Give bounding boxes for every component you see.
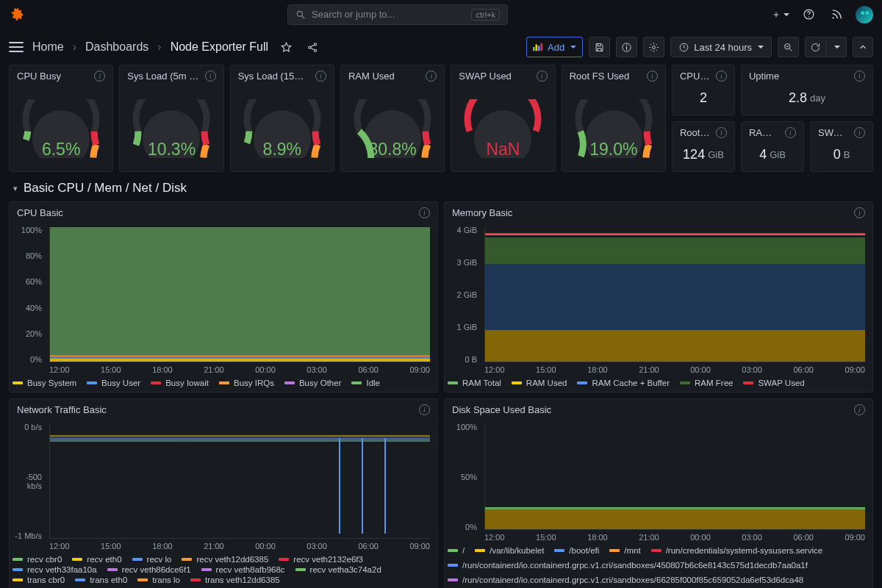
grafana-logo[interactable] <box>9 6 26 24</box>
legend-label: trans cbr0 <box>27 576 65 584</box>
global-search[interactable]: Search or jump to... ctrl+k <box>287 4 508 25</box>
info-icon[interactable] <box>315 71 326 82</box>
user-avatar[interactable] <box>856 6 873 24</box>
x-tick: 18:00 <box>587 533 608 542</box>
info-icon[interactable] <box>94 71 105 82</box>
info-icon[interactable] <box>419 404 430 415</box>
stat-panel[interactable]: RAM Total 4GiB <box>741 121 804 172</box>
gauge-panel[interactable]: Sys Load (5m avg) 10.3% <box>119 65 223 172</box>
legend-item[interactable]: /run/containerd/io.containerd.grpc.v1.cr… <box>448 561 808 570</box>
info-icon[interactable] <box>854 71 865 82</box>
crumb-title[interactable]: Node Exporter Full <box>171 40 268 54</box>
legend-item[interactable]: trans eth0 <box>75 576 127 584</box>
legend-item[interactable]: RAM Cache + Buffer <box>577 379 670 387</box>
legend-item[interactable]: Busy System <box>12 379 76 387</box>
refresh-interval-picker[interactable] <box>826 37 847 57</box>
legend-item[interactable]: recv veth12dd6385 <box>182 555 268 564</box>
panel-memory-basic[interactable]: Memory Basic 4 GiB3 GiB2 GiB1 GiB0 B 12:… <box>444 201 873 392</box>
legend-item[interactable]: trans cbr0 <box>12 576 65 584</box>
stat-panel[interactable]: CPU Cores 2 <box>672 65 735 115</box>
stat-panel[interactable]: Uptime 2.8day <box>741 65 873 115</box>
menu-toggle[interactable] <box>9 42 24 52</box>
info-icon[interactable] <box>854 127 865 138</box>
panel-title: CPU Basic <box>17 207 413 218</box>
gauge-panel[interactable]: Root FS Used 19.0% <box>562 65 666 172</box>
legend-label: trans lo <box>152 576 180 584</box>
add-panel-button[interactable]: Add <box>526 37 583 57</box>
add-menu[interactable] <box>772 6 789 24</box>
legend-label: Busy User <box>101 379 140 387</box>
legend-item[interactable]: Busy User <box>87 379 140 387</box>
legend-item[interactable]: /mnt <box>609 546 640 555</box>
legend-item[interactable]: RAM Used <box>512 379 567 387</box>
gauge-panel[interactable]: SWAP Used NaN <box>451 65 555 172</box>
legend-swatch <box>743 381 753 384</box>
legend-item[interactable]: trans veth12dd6385 <box>190 576 280 584</box>
legend-item[interactable]: /run/credentials/systemd-sysusers.servic… <box>651 546 822 555</box>
info-icon[interactable] <box>419 207 430 218</box>
legend-item[interactable]: trans lo <box>137 576 180 584</box>
stat-unit: B <box>844 149 850 160</box>
info-icon[interactable] <box>716 127 727 138</box>
dashboard-settings-button[interactable] <box>643 37 664 57</box>
legend-item[interactable]: recv cbr0 <box>12 555 62 564</box>
favorite-button[interactable] <box>277 38 295 56</box>
legend-item[interactable]: / <box>448 546 465 555</box>
legend: /run/containerd/io.containerd.grpc.v1.cr… <box>445 574 872 588</box>
crumb-dashboards[interactable]: Dashboards <box>85 40 148 54</box>
legend-item[interactable]: recv veth86dce6f1 <box>107 565 191 574</box>
svg-point-5 <box>308 46 310 48</box>
legend-item[interactable]: Idle <box>351 379 380 387</box>
legend-item[interactable]: recv veth8afb968c <box>201 565 285 574</box>
stat-panel[interactable]: SWAP Total 0B <box>810 121 873 172</box>
panel-network-basic[interactable]: Network Traffic Basic 0 b/s-500 kb/s-1 M… <box>9 398 438 588</box>
info-icon[interactable] <box>537 71 548 82</box>
legend-swatch <box>132 558 143 561</box>
legend-item[interactable]: /boot/efi <box>554 546 599 555</box>
share-button[interactable] <box>304 38 321 56</box>
info-icon[interactable] <box>205 71 216 82</box>
info-icon[interactable] <box>854 207 865 218</box>
section-header[interactable]: ▾ Basic CPU / Mem / Net / Disk <box>0 178 882 201</box>
help-button[interactable] <box>800 6 817 24</box>
svg-point-15 <box>653 46 656 49</box>
legend-item[interactable]: /var/lib/kubelet <box>475 546 544 555</box>
y-tick: 4 GiB <box>456 226 477 234</box>
zoom-out-button[interactable] <box>778 37 799 57</box>
x-tick: 00:00 <box>255 542 276 551</box>
legend-item[interactable]: RAM Free <box>680 379 733 387</box>
legend-item[interactable]: recv veth2132e6f3 <box>279 555 363 564</box>
info-icon[interactable] <box>426 71 437 82</box>
info-icon[interactable] <box>716 71 727 82</box>
info-icon[interactable] <box>647 71 658 82</box>
legend-item[interactable]: /run/containerd/io.containerd.grpc.v1.cr… <box>448 576 803 584</box>
refresh-button[interactable] <box>805 37 826 57</box>
svg-rect-11 <box>541 43 543 51</box>
legend-item[interactable]: Busy Iowait <box>151 379 209 387</box>
time-range-picker[interactable]: Last 24 hours <box>670 37 772 57</box>
news-button[interactable] <box>828 6 845 24</box>
legend-item[interactable]: Busy IRQs <box>219 379 274 387</box>
x-tick: 09:00 <box>845 365 865 374</box>
info-icon[interactable] <box>854 404 865 415</box>
gauge-panel[interactable]: CPU Busy 6.5% <box>9 65 113 172</box>
legend-item[interactable]: recv veth33faa10a <box>12 565 97 574</box>
kiosk-button[interactable] <box>853 37 873 57</box>
dashboard-insights-button[interactable] <box>616 37 637 57</box>
gauge-panel[interactable]: RAM Used 30.8% <box>340 65 445 172</box>
legend-item[interactable]: Busy Other <box>284 379 342 387</box>
legend-item[interactable]: recv vetha3c74a2d <box>295 565 381 574</box>
stat-panel[interactable]: RootFS Total 124GiB <box>672 121 735 172</box>
gauge-panel[interactable]: Sys Load (15m avg) 8.9% <box>230 65 334 172</box>
info-icon[interactable] <box>785 127 796 138</box>
panel-disk-basic[interactable]: Disk Space Used Basic 100%50%0% 12:0015:… <box>444 398 873 588</box>
legend-item[interactable]: RAM Total <box>448 379 501 387</box>
rss-icon <box>831 8 843 21</box>
save-button[interactable] <box>589 37 610 57</box>
crumb-home[interactable]: Home <box>32 40 64 54</box>
panel-cpu-basic[interactable]: CPU Basic 100%80%60%40%20%0% 12:0015:001… <box>9 201 438 392</box>
legend-item[interactable]: recv eth0 <box>72 555 121 564</box>
legend-item[interactable]: SWAP Used <box>743 379 804 387</box>
topbar: Search or jump to... ctrl+k <box>0 0 882 29</box>
legend-item[interactable]: recv lo <box>132 555 172 564</box>
